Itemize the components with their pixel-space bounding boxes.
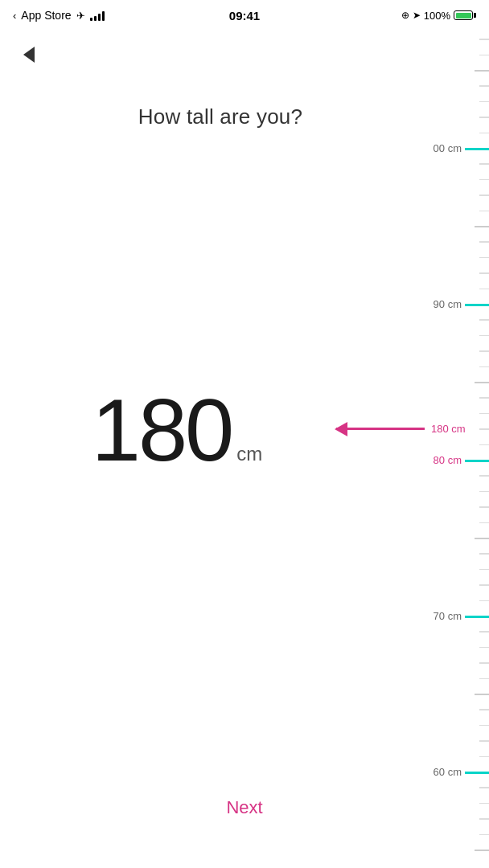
ruler-tick xyxy=(479,101,489,103)
height-unit: cm xyxy=(236,443,262,465)
ruler-label: 170 cm xyxy=(433,610,462,622)
ruler-tick xyxy=(479,211,489,212)
ruler-tick xyxy=(479,553,489,555)
battery-icon xyxy=(454,10,476,20)
ruler-tick xyxy=(465,772,489,774)
question-title: How tall are you? xyxy=(0,104,441,129)
ruler-tick xyxy=(479,662,489,664)
ruler-tick xyxy=(479,709,489,710)
ruler-tick xyxy=(479,475,489,477)
ruler-label: 190 cm xyxy=(433,298,462,310)
ruler-tick xyxy=(479,179,489,181)
ruler-tick xyxy=(479,600,489,602)
ruler-tick xyxy=(479,272,489,274)
ruler-tick xyxy=(479,133,489,134)
ruler-label: 160 cm xyxy=(433,766,462,778)
ruler-tick xyxy=(479,257,489,259)
ruler-tick xyxy=(475,694,489,695)
ruler-tick xyxy=(479,631,489,633)
direction-icon: ➤ xyxy=(413,10,421,21)
ruler-tick xyxy=(465,304,489,306)
ruler-label: 200 cm xyxy=(433,142,462,154)
ruler-tick xyxy=(479,740,489,742)
ruler-tick xyxy=(475,226,489,227)
ruler-tick xyxy=(479,725,489,727)
status-bar: ‹ App Store ✈ 09:41 ⊕ ➤ 100% xyxy=(0,0,489,31)
next-button[interactable]: Next xyxy=(194,788,294,828)
ruler-tick xyxy=(479,444,489,446)
ruler-tick xyxy=(479,569,489,571)
ruler-tick xyxy=(475,538,489,539)
height-display: 180 cm xyxy=(0,386,354,474)
ruler-tick xyxy=(475,382,489,383)
ruler-tick xyxy=(479,55,489,56)
ruler-tick xyxy=(479,756,489,758)
ruler-tick xyxy=(479,584,489,586)
ruler-tick xyxy=(479,289,489,290)
ruler-tick xyxy=(479,335,489,337)
ruler-tick xyxy=(479,803,489,805)
airplane-icon: ✈ xyxy=(76,10,85,22)
back-button[interactable] xyxy=(13,39,45,71)
status-left: ‹ App Store ✈ xyxy=(13,9,105,22)
ruler-tick xyxy=(479,834,489,836)
battery-percent: 100% xyxy=(424,10,450,22)
ruler-tick xyxy=(479,350,489,352)
status-time: 09:41 xyxy=(229,9,260,23)
ruler-tick xyxy=(465,616,489,618)
ruler-tick xyxy=(479,491,489,493)
ruler-tick xyxy=(479,194,489,196)
ruler[interactable]: 160 cm170 cm180 cm190 cm200 cm xyxy=(433,31,489,868)
ruler-tick xyxy=(479,522,489,524)
ruler-tick xyxy=(465,148,489,150)
ruler-tick xyxy=(479,319,489,321)
back-arrow-icon: ‹ xyxy=(13,10,16,22)
ruler-tick xyxy=(475,70,489,72)
ruler-tick xyxy=(479,117,489,118)
ruler-label: 180 cm xyxy=(433,454,462,466)
back-chevron-icon xyxy=(23,47,35,63)
ruler-tick xyxy=(465,460,489,462)
ruler-tick xyxy=(475,850,489,851)
ruler-tick xyxy=(479,678,489,680)
ruler-tick xyxy=(479,818,489,820)
status-right: ⊕ ➤ 100% xyxy=(401,10,476,22)
ruler-tick xyxy=(479,397,489,399)
ruler-tick xyxy=(479,241,489,243)
location-icon: ⊕ xyxy=(401,10,409,21)
signal-icon xyxy=(90,10,105,21)
ruler-tick xyxy=(479,39,489,40)
arrow-head-icon xyxy=(335,422,347,436)
ruler-tick xyxy=(479,85,489,87)
height-value: 180 xyxy=(92,386,232,474)
ruler-tick xyxy=(479,366,489,368)
ruler-tick xyxy=(479,506,489,508)
ruler-tick xyxy=(479,428,489,430)
app-store-label: App Store xyxy=(21,9,71,22)
ruler-tick xyxy=(479,787,489,788)
arrow-line xyxy=(336,428,425,430)
ruler-tick xyxy=(479,163,489,165)
ruler-tick xyxy=(479,647,489,649)
ruler-tick xyxy=(479,413,489,415)
